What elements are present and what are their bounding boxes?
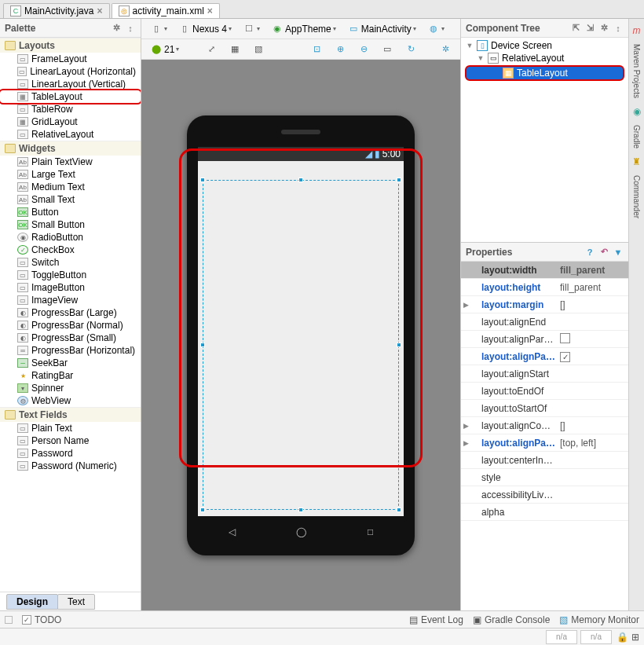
event-log-tool[interactable]: ▤Event Log xyxy=(409,614,463,625)
gear-icon[interactable]: ✲ xyxy=(111,23,122,34)
design-canvas[interactable]: ◢ ▮ 5:00 xyxy=(141,60,460,610)
close-icon[interactable]: × xyxy=(207,5,213,16)
property-value[interactable]: fill_parent xyxy=(557,282,628,293)
property-value[interactable]: ✓ xyxy=(557,351,628,362)
palette-category[interactable]: Layouts xyxy=(0,38,141,53)
property-value[interactable]: fill_parent xyxy=(557,265,628,276)
palette-item-tablerow[interactable]: ▭TableRow xyxy=(0,103,141,115)
resize-handle[interactable] xyxy=(397,343,401,347)
palette-item-password[interactable]: ▭Password xyxy=(0,447,141,460)
undo-icon[interactable]: ↶ xyxy=(598,247,609,258)
palette-item-checkbox[interactable]: ✓CheckBox xyxy=(0,244,141,256)
toggle-layout-button[interactable]: ▦ xyxy=(225,42,245,57)
collapse-all-icon[interactable]: ⇲ xyxy=(584,23,595,34)
resize-handle[interactable] xyxy=(397,508,401,512)
ide-icon[interactable]: ⊞ xyxy=(631,632,639,643)
palette-item-gridlayout[interactable]: ▦GridLayout xyxy=(0,115,141,128)
palette-item-framelayout[interactable]: ▭FrameLayout xyxy=(0,53,141,65)
resize-handle[interactable] xyxy=(200,508,205,512)
hide-icon[interactable]: ↕ xyxy=(613,23,624,34)
checkbox[interactable] xyxy=(560,333,570,343)
toggle-blueprint-button[interactable]: ▧ xyxy=(248,42,269,57)
palette-item-medium-text[interactable]: AbMedium Text xyxy=(0,181,141,193)
palette-item-linearlayout-horizontal-[interactable]: ▭LinearLayout (Horizontal) xyxy=(0,65,141,78)
palette-item-tablelayout[interactable]: ▦TableLayout xyxy=(0,90,141,103)
palette-item-progressbar-normal-[interactable]: ◐ProgressBar (Normal) xyxy=(0,319,141,332)
property-row[interactable]: layout:centerInParent xyxy=(461,452,628,469)
property-value[interactable]: [] xyxy=(557,299,628,310)
palette-item-progressbar-horizontal-[interactable]: ═ProgressBar (Horizontal) xyxy=(0,344,141,357)
device-select[interactable]: ▯Nexus 4▾ xyxy=(174,21,236,37)
property-row[interactable]: layout:toEndOf xyxy=(461,383,628,400)
palette-item-linearlayout-vertical-[interactable]: ▭LinearLayout (Vertical) xyxy=(0,78,141,90)
palette-item-plain-text[interactable]: ▭Plain Text xyxy=(0,422,141,434)
todo-tool[interactable]: ✓TODO xyxy=(22,614,61,625)
zoom-fit-button[interactable]: ⊡ xyxy=(306,42,327,57)
activity-select[interactable]: ▭MainActivity▾ xyxy=(343,21,420,37)
lock-icon[interactable]: 🔒 xyxy=(617,632,628,643)
resize-handle[interactable] xyxy=(298,508,303,512)
refresh-button[interactable]: ↻ xyxy=(401,42,421,57)
side-tab-maven[interactable]: Maven Projects xyxy=(631,42,642,100)
palette-item-spinner[interactable]: ▾Spinner xyxy=(0,382,141,394)
palette-item-progressbar-small-[interactable]: ◐ProgressBar (Small) xyxy=(0,332,141,344)
expand-all-icon[interactable]: ⇱ xyxy=(570,23,581,34)
property-row[interactable]: layout:heightfill_parent xyxy=(461,279,628,296)
palette-item-progressbar-large-[interactable]: ◐ProgressBar (Large) xyxy=(0,306,141,319)
expand-icon[interactable]: ▶ xyxy=(461,301,470,309)
palette-item-radiobutton[interactable]: ◉RadioButton xyxy=(0,231,141,244)
property-row[interactable]: layout:alignEnd xyxy=(461,313,628,331)
palette-item-plain-textview[interactable]: AbPlain TextView xyxy=(0,156,141,168)
side-tab-commander[interactable]: Commander xyxy=(631,174,642,220)
memory-monitor-tool[interactable]: ▧Memory Monitor xyxy=(559,614,639,625)
side-tab-gradle[interactable]: Gradle xyxy=(631,123,642,150)
palette-item-switch[interactable]: ▭Switch xyxy=(0,256,141,269)
filter-icon[interactable]: ▼ xyxy=(613,247,624,258)
property-row[interactable]: ▶layout:alignParent[top, left] xyxy=(461,434,628,452)
gear-icon[interactable]: ✲ xyxy=(598,23,609,34)
api-select[interactable]: ⬤21▾ xyxy=(146,42,183,57)
palette-item-password-numeric-[interactable]: ▭Password (Numeric) xyxy=(0,460,141,472)
expand-icon[interactable]: ▶ xyxy=(461,439,470,447)
theme-select[interactable]: ◉AppTheme▾ xyxy=(267,21,340,37)
palette-item-person-name[interactable]: ▭Person Name xyxy=(0,434,141,447)
palette-item-imageview[interactable]: ▭ImageView xyxy=(0,294,141,306)
help-icon[interactable]: ? xyxy=(584,247,595,258)
render-config-button[interactable]: ▯▾ xyxy=(146,21,171,37)
property-value[interactable]: [top, left] xyxy=(557,438,628,449)
locale-button[interactable]: ◍▾ xyxy=(423,21,448,37)
property-row[interactable]: layout:toStartOf xyxy=(461,400,628,417)
property-row[interactable]: ▶layout:margin[] xyxy=(461,296,628,313)
property-value[interactable] xyxy=(557,333,628,346)
settings-button[interactable]: ✲ xyxy=(435,42,456,57)
property-value[interactable]: [] xyxy=(557,420,628,431)
design-tab[interactable]: Design xyxy=(6,594,58,610)
property-row[interactable]: layout:widthfill_parent xyxy=(461,262,628,279)
property-row[interactable]: ▶layout:alignComponent[] xyxy=(461,417,628,434)
resize-handle[interactable] xyxy=(397,178,401,182)
zoom-in-button[interactable]: ⊕ xyxy=(330,42,350,57)
palette-item-large-text[interactable]: AbLarge Text xyxy=(0,168,141,181)
checkbox[interactable]: ✓ xyxy=(560,352,570,362)
property-row[interactable]: layout:alignParentEnd xyxy=(461,331,628,348)
orientation-button[interactable]: ☐▾ xyxy=(239,21,264,37)
property-row[interactable]: layout:alignParentStart✓ xyxy=(461,348,628,365)
property-row[interactable]: style xyxy=(461,469,628,486)
zoom-out-button[interactable]: ⊖ xyxy=(353,42,374,57)
property-row[interactable]: accessibilityLiveRegion xyxy=(461,486,628,504)
resize-handle[interactable] xyxy=(200,178,205,182)
palette-item-small-button[interactable]: OKSmall Button xyxy=(0,218,141,231)
property-row[interactable]: layout:alignStart xyxy=(461,365,628,383)
palette-item-relativelayout[interactable]: ▭RelativeLayout xyxy=(0,128,141,141)
resize-handle[interactable] xyxy=(200,343,205,347)
zoom-actual-button[interactable]: ▭ xyxy=(377,42,397,57)
resize-handle[interactable] xyxy=(298,178,303,182)
collapse-icon[interactable]: ↕ xyxy=(125,23,136,34)
palette-category[interactable]: Widgets xyxy=(0,141,141,156)
tree-node-tablelayout[interactable]: ▦TableLayout xyxy=(465,65,624,81)
palette-item-ratingbar[interactable]: ★RatingBar xyxy=(0,369,141,382)
close-icon[interactable]: × xyxy=(97,5,102,16)
text-tab[interactable]: Text xyxy=(57,594,95,610)
expand-icon[interactable]: ▶ xyxy=(461,422,470,430)
palette-category[interactable]: Text Fields xyxy=(0,407,141,422)
